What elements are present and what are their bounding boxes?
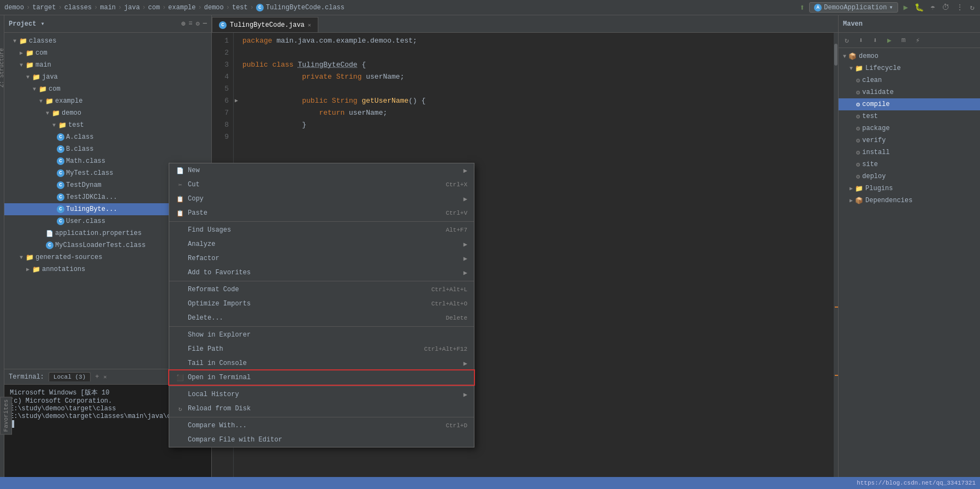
tree-item-test[interactable]: ▼ 📁 test [4,119,211,131]
menu-item-localhistory[interactable]: Local History ▶ [169,387,474,402]
menu-item-refactor[interactable]: Refactor ▶ [169,251,474,266]
breadcrumb: demoo › target › classes › main › java ›… [4,4,345,11]
maven-item-plugins[interactable]: ▶ 📁 Plugins [839,182,980,195]
coverage-button[interactable]: ☂ [929,2,936,13]
tail-icon [176,359,185,368]
menu-item-new[interactable]: 📄 New ▶ [169,163,474,178]
tree-item-com2[interactable]: ▼ 📁 com [4,83,211,95]
panel-locate-icon[interactable]: ⊕ [181,20,185,28]
breadcrumb-com[interactable]: com [148,4,160,11]
menu-item-copy[interactable]: 📋 Copy ▶ [169,192,474,206]
maven-skip-tests-button[interactable]: m [898,34,910,46]
menu-item-addtofavorites[interactable]: Add to Favorites ▶ [169,266,474,280]
breadcrumb-demoo[interactable]: demoo [4,4,24,11]
tree-label: TulingByte... [66,205,117,213]
run-config-dropdown[interactable]: A DemooApplication ▾ [809,2,898,13]
tree-item-demoo[interactable]: ▼ 📁 demoo [4,107,211,119]
menu-item-paste[interactable]: 📋 Paste Ctrl+V [169,206,474,220]
tab-close-button[interactable]: ✕ [308,22,311,28]
structure-tab[interactable]: Z: Structure [0,48,5,87]
breadcrumb-classes[interactable]: classes [64,4,92,11]
expand-arrow: ▼ [26,74,29,80]
submenu-arrow: ▶ [464,195,467,203]
tree-item-java[interactable]: ▼ 📁 java [4,71,211,83]
breadcrumb-demoo2[interactable]: demoo [204,4,224,11]
menu-item-filepath[interactable]: File Path Ctrl+Alt+F12 [169,342,474,356]
tree-label: main [35,61,51,69]
menu-item-analyze[interactable]: Analyze ▶ [169,237,474,251]
menu-label-comparefilewitheditor: Compare File with Editor [188,436,467,444]
breadcrumb-example[interactable]: example [168,4,195,11]
terminal-tab-local[interactable]: Local (3) [49,372,91,381]
menu-item-reloadfromdisk[interactable]: ↻ Reload from Disk [169,402,474,416]
menu-item-openinterminal[interactable]: ⬛ Open in Terminal [169,370,474,385]
line-num-3: 3 [212,59,229,71]
maven-item-clean[interactable]: ⚙ clean [839,74,980,86]
maven-item-deploy[interactable]: ⚙ deploy [839,170,980,182]
update-button[interactable]: ↻ [969,2,976,13]
menu-item-cut[interactable]: ✂ Cut Ctrl+X [169,178,474,192]
maven-item-lifecycle[interactable]: ▼ 📁 Lifecycle [839,62,980,74]
maven-item-dependencies[interactable]: ▶ 📦 Dependencies [839,195,980,207]
tree-item-bclass[interactable]: C B.class [4,143,211,155]
menu-item-delete[interactable]: Delete... Delete [169,311,474,325]
maven-item-demoo[interactable]: ▼ 📦 demoo [839,50,980,62]
tree-item-classes[interactable]: ▼ 📁 classes [4,35,211,47]
maven-item-validate[interactable]: ⚙ validate [839,86,980,98]
code-line-2 [242,47,825,59]
gear-icon: ⚙ [856,113,860,121]
favorites-side-tab[interactable]: Favorites [0,397,12,434]
scroll-bar[interactable] [834,33,838,489]
panel-minimize-icon[interactable]: — [203,20,207,28]
editor-tab-tulingbytecode[interactable]: C TulingByteCode.java ✕ [212,17,318,32]
maven-item-package[interactable]: ⚙ package [839,122,980,134]
nav-back-icon[interactable]: ⬆ [800,2,805,13]
menu-item-comparefilewith[interactable]: Compare File with Editor [169,433,474,447]
maven-label: verify [862,137,886,144]
menu-item-reformatcode[interactable]: Reformat Code Ctrl+Alt+L [169,282,474,297]
profile-button[interactable]: ⏱ [941,2,951,13]
breadcrumb-java[interactable]: java [124,4,140,11]
menu-item-findusages[interactable]: Find Usages Alt+F7 [169,223,474,237]
line-num-6: 6 [212,95,229,107]
findusages-shortcut: Alt+F7 [446,227,467,233]
panel-settings-icon[interactable]: ⚙ [196,20,200,28]
breadcrumb-target[interactable]: target [32,4,56,11]
tree-item-aclass[interactable]: C A.class [4,131,211,143]
scroll-indicator [834,44,838,66]
debug-button[interactable]: 🐛 [913,2,925,13]
maven-item-verify[interactable]: ⚙ verify [839,134,980,146]
maven-item-test[interactable]: ⚙ test [839,110,980,122]
more-actions-button[interactable]: ⋮ [955,2,965,13]
menu-item-showinexplorer[interactable]: Show in Explorer [169,328,474,342]
breadcrumb-test[interactable]: test [232,4,248,11]
menu-label-showinexplorer: Show in Explorer [188,331,467,339]
panel-collapse-icon[interactable]: ≡ [188,20,192,28]
maven-download-button[interactable]: ⬇ [855,34,867,46]
class-icon: C [57,205,64,213]
tree-item-example[interactable]: ▼ 📁 example [4,95,211,107]
maven-item-site[interactable]: ⚙ site [839,158,980,170]
folder-icon: 📁 [26,254,34,262]
tree-label: demoo [62,109,81,117]
folder-icon: 📁 [26,49,34,57]
menu-label-refactor: Refactor [188,255,464,262]
menu-item-tailinconsole[interactable]: Tail in Console ▶ [169,356,474,370]
status-url[interactable]: https://blog.csdn.net/qq_33417321 [857,480,976,486]
menu-item-comparewith[interactable]: Compare With... Ctrl+D [169,419,474,433]
run-button[interactable]: ▶ [902,2,909,13]
terminal-close[interactable]: ✕ [103,374,106,380]
project-dropdown-icon[interactable]: ▾ [40,20,44,28]
maven-item-install[interactable]: ⚙ install [839,146,980,158]
maven-item-compile[interactable]: ⚙ compile [839,98,980,110]
maven-refresh-button[interactable]: ↻ [841,34,853,46]
terminal-add-tab[interactable]: + [95,373,99,381]
tree-label: B.class [66,145,93,153]
maven-execute-button[interactable]: ⚡ [912,34,924,46]
maven-run-button[interactable]: ▶ [883,34,895,46]
menu-item-optimizeimports[interactable]: Optimize Imports Ctrl+Alt+O [169,297,474,311]
breadcrumb-main[interactable]: main [100,4,116,11]
tree-item-com[interactable]: ▶ 📁 com [4,47,211,59]
maven-download-sources-button[interactable]: ⬇ [869,34,881,46]
tree-item-main[interactable]: ▼ 📁 main [4,59,211,71]
